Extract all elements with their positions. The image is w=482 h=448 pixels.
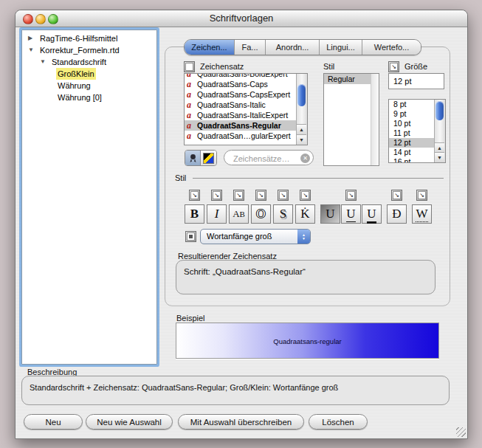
font-glyph-icon: a [187, 110, 191, 120]
tree-item-grossklein-selected[interactable]: GroßKlein [22, 68, 156, 80]
stil-list-label: Stil [323, 62, 334, 71]
font-list-item[interactable]: aQuadraatSans-CapsExpert [185, 89, 307, 100]
scroll-up-button[interactable]: ▲ [297, 124, 306, 134]
scroll-up-button[interactable]: ▲ [435, 142, 444, 153]
stil-section-divider [193, 178, 444, 179]
font-list-item[interactable]: aQuadraatSan…gularExpert [185, 131, 307, 141]
underline-plain-button[interactable]: U [320, 204, 340, 224]
style-tree[interactable]: ▶ RagTime-6-Hilfsmittel ▼ Korrektur_Form… [21, 30, 157, 365]
outline-toggle[interactable]: ↘ [255, 190, 266, 201]
scrollbar-thumb[interactable] [435, 101, 444, 120]
tree-item-ragtime-hilfsmittel[interactable]: ▶ RagTime-6-Hilfsmittel [22, 32, 156, 44]
size-list[interactable]: 8 pt 9 pt 10 pt 11 pt 12 pt 14 pt 16 pt … [388, 99, 446, 163]
stil-list[interactable]: Regular [323, 73, 379, 166]
font-badge-icon [188, 154, 198, 163]
bold-button[interactable]: B [185, 204, 204, 224]
font-glyph-icon: a [187, 100, 191, 110]
groesse-toggle[interactable]: ↘ [388, 61, 399, 72]
tab-anordnung[interactable]: Anordn... [266, 40, 320, 55]
beispiel-label: Beispiel [176, 314, 205, 323]
popup-arrows-icon: ▲▼ [297, 230, 310, 244]
tab-farbe[interactable]: Fa... [235, 40, 266, 55]
tree-item-waehrung[interactable]: Währung [22, 80, 156, 92]
italic-toggle[interactable]: ↘ [211, 190, 222, 201]
schriftvorlagen-window: Schriftvorlagen ▶ RagTime-6-Hilfsmittel … [15, 10, 468, 439]
kerning-toggle[interactable]: ↘ [300, 190, 311, 201]
stil-section-label: Stil [175, 173, 186, 182]
beschreibung-box: Standardschrift + Zeichensatz: QuadraatS… [21, 376, 450, 405]
tab-zeichen[interactable]: Zeichen... [185, 40, 235, 55]
underline-single-button[interactable]: U [341, 204, 361, 224]
font-list-item[interactable]: aQuadraatSans-Caps [185, 79, 307, 89]
size-field [388, 73, 444, 89]
disclosure-triangle-icon[interactable]: ▶ [28, 32, 32, 44]
loeschen-button[interactable]: Löschen [309, 414, 368, 430]
tree-item-waehrung-0[interactable]: Währung [0] [22, 92, 156, 103]
sample-preview: Quadraatsans-regular [176, 323, 439, 359]
scroll-down-button[interactable]: ▼ [435, 152, 444, 162]
shadow-button[interactable]: S [273, 204, 293, 224]
font-search-field: ✕ [224, 150, 314, 165]
strike-toggle[interactable]: ↘ [391, 190, 402, 201]
kerning-button[interactable]: K̇ [295, 204, 315, 224]
resize-grip[interactable] [456, 427, 466, 437]
color-sample-icon [203, 153, 214, 164]
clear-search-icon[interactable]: ✕ [300, 154, 310, 163]
font-glyph-icon: a [187, 79, 191, 89]
shadow-toggle[interactable]: ↘ [278, 190, 289, 201]
font-list[interactable]: aQuadraatSans-BoldExpert aQuadraatSans-C… [184, 73, 308, 145]
font-list-item[interactable]: aQuadraatSans-Italic [185, 100, 307, 110]
size-input[interactable] [389, 74, 444, 89]
case-toggle[interactable] [185, 231, 196, 242]
disclosure-triangle-icon[interactable]: ▼ [28, 44, 34, 56]
font-list-scrollbar[interactable]: ▲ ▼ [296, 74, 307, 145]
zeichensatz-label: Zeichensatz [200, 62, 244, 71]
font-list-item[interactable]: aQuadraatSans-ItalicExpert [185, 110, 307, 120]
titlebar[interactable]: Schriftvorlagen [16, 10, 467, 27]
tree-item-korrektur-formeln[interactable]: ▼ Korrektur_Formeln.rtd [22, 44, 156, 56]
outline-button[interactable]: O [251, 204, 271, 224]
font-glyph-icon: a [187, 131, 191, 141]
word-underline-toggle[interactable]: ↘ [416, 190, 427, 201]
sample-text: Quadraatsans-regular [176, 337, 438, 345]
result-box: Schrift: „QuadraatSans-Regular“ [176, 260, 435, 294]
font-glyph-icon: a [187, 120, 191, 131]
bold-toggle[interactable]: ↘ [189, 190, 200, 201]
tab-werteformat[interactable]: Wertefo... [362, 40, 421, 55]
font-glyph-icon: a [187, 89, 191, 100]
font-list-item-selected[interactable]: aQuadraatSans-Regular [185, 120, 307, 131]
tab-linguistik[interactable]: Lingui... [320, 40, 362, 55]
zeichensatz-toggle[interactable] [184, 61, 195, 72]
mit-auswahl-ueberschreiben-button[interactable]: Mit Auswahl überschreiben [178, 414, 304, 430]
result-text: Schrift: „QuadraatSans-Regular“ [184, 267, 306, 276]
strikethrough-button[interactable]: Đ [387, 204, 407, 224]
groesse-label: Größe [404, 62, 427, 71]
window-content: ▶ RagTime-6-Hilfsmittel ▼ Korrektur_Form… [16, 27, 467, 438]
font-view-segmented-control [185, 150, 217, 166]
italic-button[interactable]: I [207, 204, 227, 224]
font-badge-segment[interactable] [185, 151, 201, 165]
beschreibung-text: Standardschrift + Zeichensatz: QuadraatS… [30, 383, 338, 392]
underline-toggle[interactable]: ↘ [345, 190, 357, 201]
smallcaps-toggle[interactable]: ↘ [233, 190, 244, 201]
window-title: Schriftvorlagen [16, 13, 467, 24]
scroll-down-button[interactable]: ▼ [297, 134, 306, 145]
tab-bar: Zeichen... Fa... Anordn... Lingui... Wer… [184, 39, 421, 55]
color-sample-segment[interactable] [201, 151, 216, 165]
font-list-item[interactable]: aQuadraatSans-BoldExpert [185, 73, 307, 79]
size-list-scrollbar[interactable]: ▲ ▼ [434, 100, 445, 162]
scrollbar-thumb[interactable] [297, 84, 306, 106]
stil-list-scrollbar[interactable] [371, 74, 379, 165]
word-underline-button[interactable]: W [412, 204, 432, 224]
case-popup-value: Wortanfänge groß [207, 232, 272, 241]
disclosure-triangle-icon[interactable]: ▼ [40, 56, 46, 68]
neu-wie-auswahl-button[interactable]: Neu wie Auswahl [86, 414, 173, 430]
smallcaps-button[interactable]: AB [229, 204, 249, 224]
case-popup[interactable]: Wortanfänge groß ▲▼ [200, 229, 311, 244]
font-glyph-icon: a [187, 73, 191, 79]
underline-double-button[interactable]: U [362, 204, 382, 224]
neu-button[interactable]: Neu [24, 414, 83, 430]
tree-item-standardschrift[interactable]: ▼ Standardschrift [22, 56, 156, 68]
search-input[interactable] [232, 152, 300, 165]
